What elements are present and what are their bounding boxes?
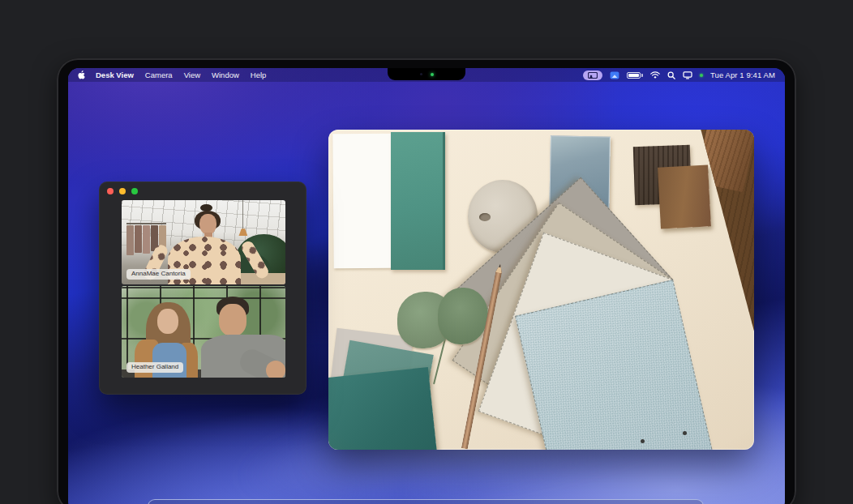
video-call-window[interactable]: AnnaMae Cantoria <box>99 182 306 395</box>
camera-active-led <box>431 73 434 76</box>
display-notch <box>388 68 465 80</box>
pendant-cord <box>242 200 243 229</box>
teal-glass-square-dark <box>328 367 439 450</box>
woman-face <box>157 309 178 334</box>
menu-view[interactable]: View <box>184 70 200 79</box>
participant-name-badge: Heather Galland <box>126 362 183 373</box>
desk-view-window[interactable] <box>328 130 754 450</box>
felt-trivet-hole <box>479 213 491 221</box>
participant-grid: AnnaMae Cantoria <box>122 200 285 378</box>
apple-logo-icon <box>78 70 85 79</box>
apple-menu[interactable] <box>78 70 85 79</box>
brown-wood-sample <box>658 164 711 229</box>
participant-name-badge: AnnaMae Cantoria <box>126 269 191 280</box>
video-tile-annamae: AnnaMae Cantoria <box>122 200 285 284</box>
menu-bar-clock[interactable]: Tue Apr 1 9:41 AM <box>710 70 775 79</box>
white-card-sample <box>332 134 392 269</box>
camera-screen-glyph <box>588 72 598 79</box>
man-face <box>219 304 246 336</box>
camera-lens <box>420 73 422 75</box>
close-button[interactable] <box>107 188 114 194</box>
app-menu-desk-view[interactable]: Desk View <box>96 70 134 79</box>
macbook-frame: Desk View Camera View Window Help <box>57 58 796 504</box>
recording-indicator-dot <box>700 74 703 77</box>
marketing-canvas: Desk View Camera View Window Help <box>0 0 853 504</box>
screen-mirroring-icon[interactable] <box>610 71 619 79</box>
swatch-grommet <box>683 431 687 435</box>
continuity-camera-icon[interactable] <box>583 70 602 80</box>
screen-sharing-icon[interactable] <box>683 71 692 79</box>
man-hand <box>266 361 285 378</box>
swatch-grommet <box>641 439 645 443</box>
battery-icon[interactable] <box>627 72 643 79</box>
macos-desktop: Desk View Camera View Window Help <box>68 68 785 504</box>
video-tile-heather: Heather Galland <box>122 286 285 378</box>
background-window-sliver[interactable] <box>148 499 704 504</box>
minimize-button[interactable] <box>119 188 126 194</box>
person-face <box>199 214 216 234</box>
menu-bar-status: Tue Apr 1 9:41 AM <box>583 70 775 80</box>
wifi-icon[interactable] <box>650 71 660 79</box>
zoom-button[interactable] <box>131 188 138 194</box>
spotlight-search-icon[interactable] <box>667 71 675 79</box>
menu-help[interactable]: Help <box>251 70 267 79</box>
menu-camera[interactable]: Camera <box>145 70 173 79</box>
call-window-titlebar[interactable] <box>99 182 306 200</box>
teal-tile-sample <box>391 132 445 270</box>
menu-window[interactable]: Window <box>212 70 239 79</box>
